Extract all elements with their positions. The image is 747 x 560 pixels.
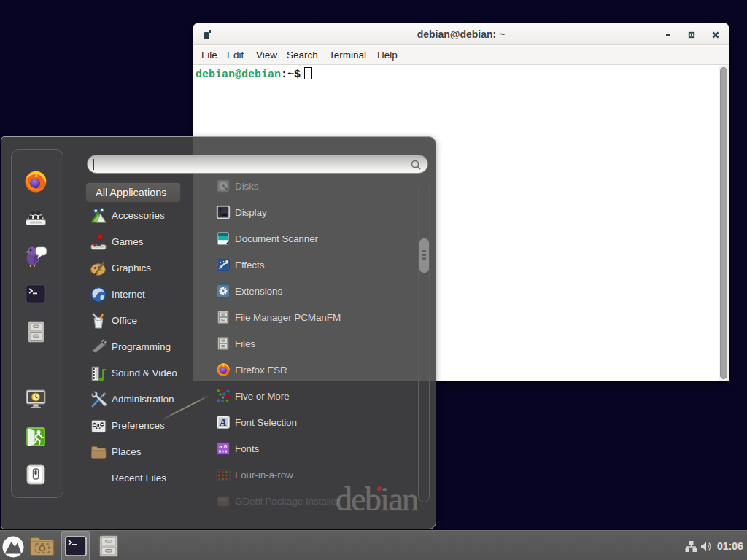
svg-text:a: a bbox=[219, 443, 222, 450]
svg-text:A: A bbox=[219, 417, 226, 428]
svg-text:a: a bbox=[223, 443, 227, 450]
